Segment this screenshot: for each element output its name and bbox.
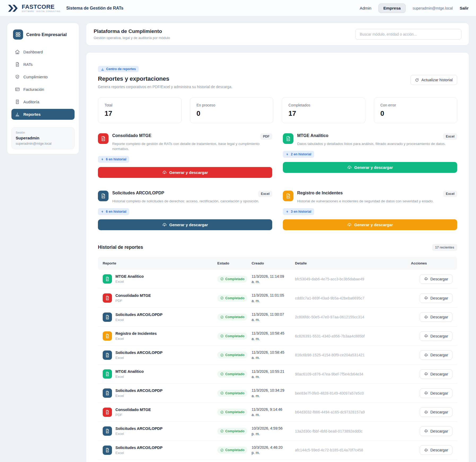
nav-admin-link[interactable]: Admin: [360, 6, 371, 11]
report-file-icon: [98, 191, 109, 201]
session-user-name: Superadmin: [16, 136, 70, 140]
sidebar-item-label: Cumplimiento: [23, 75, 48, 79]
download-button[interactable]: Descargar: [420, 312, 452, 322]
row-detail-id: 816c6b98-1525-4154-80f9-ce204a531421: [295, 353, 408, 357]
generate-download-button[interactable]: Generar y descargar: [98, 167, 272, 178]
table-row: Solicitudes ARCO/LOPDP Excel Completado: [98, 384, 457, 403]
report-file-icon: [103, 369, 112, 379]
download-cloud-icon: [424, 448, 428, 452]
stat-card-completados: Completados 17: [282, 97, 365, 123]
report-card-description: Historial completo de solicitudes de der…: [112, 199, 272, 204]
sidebar-item-icon: [15, 62, 20, 67]
row-report-name: Consolidado MTGE: [115, 408, 151, 412]
report-card-consolidado-mtge: Consolidado MTGE PDF Reporte completo de…: [98, 133, 272, 178]
download-button[interactable]: Descargar: [420, 350, 452, 360]
status-badge: Completado: [217, 314, 247, 320]
row-created-meridiem: a. m.: [252, 279, 292, 284]
nav-empresa-button[interactable]: Empresa: [378, 3, 406, 13]
download-cloud-icon: [424, 296, 428, 300]
generate-download-button[interactable]: Generar y descargar: [98, 219, 272, 230]
main-content: Plataforma de Cumplimiento Gestión opera…: [86, 23, 469, 462]
sidebar-item-icon: [15, 87, 20, 92]
row-report-format: Excel: [115, 280, 144, 284]
generate-download-button[interactable]: Generar y descargar: [283, 219, 457, 230]
status-badge: Completado: [217, 390, 247, 397]
generate-download-button[interactable]: Generar y descargar: [283, 162, 457, 173]
sidebar-item-label: RATs: [23, 62, 33, 67]
download-button[interactable]: Descargar: [420, 293, 452, 303]
table-row: Solicitudes ARCO/LOPDP Excel Completado: [98, 441, 457, 460]
sidebar-item-icon: [15, 112, 20, 117]
download-button[interactable]: Descargar: [420, 369, 452, 379]
sidebar-header: Centro Empresarial: [11, 28, 75, 40]
row-report-format: Excel: [115, 318, 163, 322]
report-card-description: Reporte completo de gestión de RATs con …: [112, 142, 272, 152]
center-reports-badge: Centro de reportes: [98, 66, 139, 72]
stat-card-con-error: Con error 0: [374, 97, 457, 123]
row-created-date: 11/3/2026, 10:55:21: [252, 369, 292, 374]
sidebar-item-rats[interactable]: RATs: [11, 59, 75, 70]
sidebar-item-auditor-a[interactable]: Auditoría: [11, 96, 75, 107]
nav-salir-link[interactable]: Salir: [460, 6, 469, 11]
report-card-title: MTGE Analítico: [297, 133, 328, 138]
download-button[interactable]: Descargar: [420, 407, 452, 417]
check-circle-icon: [220, 334, 224, 338]
table-row: Registro de Incidentes Excel Completado: [98, 327, 457, 346]
row-created-meridiem: a. m.: [252, 317, 292, 322]
page-title: Plataforma de Cumplimiento: [94, 28, 170, 34]
stat-value: 0: [197, 109, 267, 118]
reports-subtitle: Genera reportes corporativos en PDF/Exce…: [98, 85, 232, 89]
bolt-icon: [286, 210, 289, 213]
sidebar-item-dashboard[interactable]: Dashboard: [11, 46, 75, 57]
history-title: Historial de reportes: [98, 245, 143, 250]
sidebar-item-label: Reportes: [23, 112, 41, 117]
sidebar-nav: Dashboard RATs Cumplimiento Facturación …: [11, 46, 75, 120]
download-cloud-icon: [424, 410, 428, 414]
row-created-meridiem: p. m.: [252, 450, 292, 455]
row-report-name: Solicitudes ARCO/LOPDP: [115, 426, 163, 431]
table-row: Solicitudes ARCO/LOPDP Excel Completado: [98, 308, 457, 327]
sidebar-item-reportes[interactable]: Reportes: [11, 109, 75, 120]
row-detail-id: 90ac6109-c876-47ea-9bef-7f5e4cb64e34: [295, 372, 408, 376]
row-created-meridiem: a. m.: [252, 374, 292, 379]
row-report-name: Registro de Incidentes: [115, 331, 157, 336]
status-badge: Completado: [217, 428, 247, 435]
table-row: Consolidado MTGE PDF Completado 11/3/202: [98, 403, 457, 422]
col-reporte: Reporte: [103, 261, 214, 265]
table-row: Solicitudes ARCO/LOPDP Excel Completado: [98, 422, 457, 441]
row-created-date: 11/3/2026, 10:34:29: [252, 388, 292, 393]
col-creado: Creado: [252, 261, 292, 265]
top-bar: FASTCORE SOFTWARE · DIGITAL CONSULTING S…: [0, 0, 476, 16]
session-user-email: superadmin@mtge.local: [16, 142, 70, 146]
table-row: Solicitudes ARCO/LOPDP Excel Completado: [98, 346, 457, 365]
status-badge: Completado: [217, 352, 247, 358]
page-subtitle: Gestión operativa, legal y de auditoría …: [94, 36, 170, 40]
sidebar-item-facturaci-n[interactable]: Facturación: [11, 84, 75, 95]
bar-chart-icon: [101, 67, 104, 71]
row-detail-id: bee83e7f-0fe0-4828-8149-40097a57e5c0: [295, 391, 408, 395]
refresh-history-button[interactable]: Actualizar historial: [410, 75, 457, 85]
download-button[interactable]: Descargar: [420, 274, 452, 284]
report-cards-grid: Consolidado MTGE PDF Reporte completo de…: [98, 133, 457, 230]
col-acciones: Acciones: [411, 261, 452, 265]
check-circle-icon: [220, 353, 224, 357]
sidebar-item-cumplimiento[interactable]: Cumplimiento: [11, 71, 75, 82]
check-circle-icon: [220, 410, 224, 414]
download-cloud-icon: [162, 170, 167, 175]
row-report-name: Solicitudes ARCO/LOPDP: [115, 388, 163, 393]
row-report-name: MTGE Analítico: [115, 274, 144, 279]
download-cloud-icon: [424, 391, 428, 395]
row-detail-id: 2c806fdc-50e5-47e0-97aa-0612155cc314: [295, 315, 408, 319]
format-badge: PDF: [260, 133, 272, 140]
search-input[interactable]: [355, 29, 461, 40]
download-button[interactable]: Descargar: [420, 426, 452, 436]
download-button[interactable]: Descargar: [420, 388, 452, 398]
row-created-date: 10/3/2026, 4:59:56: [252, 426, 292, 431]
download-button[interactable]: Descargar: [420, 445, 452, 455]
row-created-meridiem: a. m.: [252, 412, 292, 417]
download-button[interactable]: Descargar: [420, 331, 452, 341]
sidebar-item-label: Facturación: [23, 87, 44, 92]
report-card-title: Solicitudes ARCO/LOPDP: [112, 191, 164, 195]
check-circle-icon: [220, 429, 224, 433]
row-created-date: 11/3/2026, 11:00:07: [252, 312, 292, 317]
